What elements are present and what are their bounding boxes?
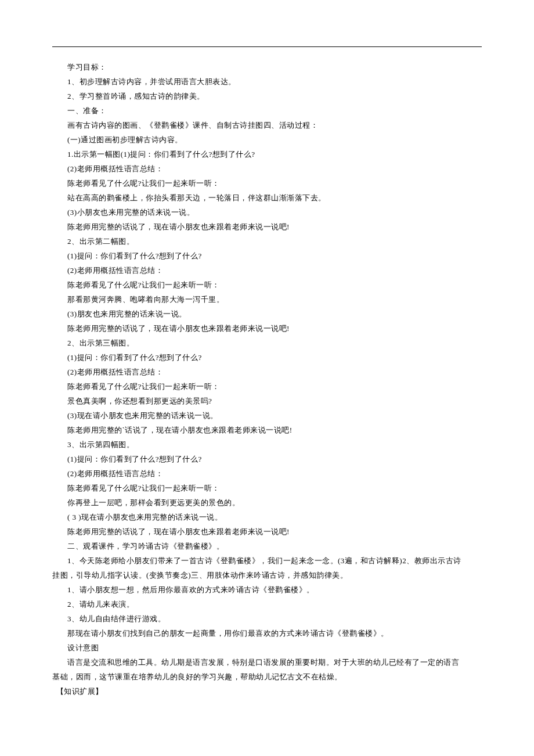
body-line: 二、观看课件，学习吟诵古诗《登鹳雀楼》。 (52, 539, 482, 553)
document-page: 学习目标： 1、初步理解古诗内容，并尝试用语言大胆表达。 2、学习整首吟诵，感知… (0, 0, 534, 756)
body-line: 2、学习整首吟诵，感知古诗的韵律美。 (52, 89, 482, 103)
body-line: 学习目标： (52, 60, 482, 74)
body-line: (2)老师用概括性语言总结： (52, 466, 482, 481)
body-line: ( 3 )现在请小朋友也来用完整的话来说一说。 (52, 510, 482, 524)
body-line: 3、出示第四幅图。 (52, 437, 482, 452)
body-line: (2)老师用概括性语言总结： (52, 263, 482, 278)
body-line: (3)小朋友也来用完整的话来说一说。 (52, 205, 482, 219)
body-line: 陈老师看见了什么呢?让我们一起来听一听： (52, 481, 482, 495)
body-line: 1、初步理解古诗内容，并尝试用语言大胆表达。 (52, 74, 482, 89)
body-line: (一)通过图画初步理解古诗内容。 (52, 132, 482, 147)
body-line: (2)老师用概括性语言总结： (52, 161, 482, 176)
body-line: 站在高高的鹳雀楼上，你抬头看那天边，一轮落日，伴这群山渐渐落下去。 (52, 190, 482, 205)
body-line: 设计意图 (52, 640, 482, 655)
body-line: 陈老师用完整的话说了，现在请小朋友也来跟着老师来说一说吧! (52, 219, 482, 234)
body-line: 景色真美啊，你还想看到那更远的美景吗? (52, 394, 482, 408)
body-line: (1)提问：你们看到了什么?想到了什么? (52, 350, 482, 365)
body-line: 1.出示第一幅图(1)提问：你们看到了什么?想到了什么? (52, 147, 482, 161)
body-line: (1)提问：你们看到了什么?想到了什么? (52, 249, 482, 263)
body-line: 3、幼儿自由结伴进行游戏。 (52, 611, 482, 626)
body-line: 那现在请小朋友们找到自己的朋友一起商量，用你们最喜欢的方式来吟诵古诗《登鹳雀楼》… (52, 626, 482, 640)
body-line: 画有古诗内容的图画、《登鹳雀楼》课件、自制古诗挂图四、活动过程： (52, 118, 482, 132)
body-line: 一、准备： (52, 103, 482, 118)
body-line: 2、请幼儿来表演。 (52, 597, 482, 611)
body-line: 陈老师用完整的`话说了，现在请小朋友也来跟着老师来说一说吧! (52, 423, 482, 437)
body-line: 2、出示第三幅图。 (52, 336, 482, 350)
body-line: (2)老师用概括性语言总结： (52, 365, 482, 379)
knowledge-extension-tag: 【知识扩展】 (52, 684, 482, 699)
body-line: 你再登上一层吧，那样会看到更远更美的景色的。 (52, 495, 482, 510)
body-line: 2、出示第二幅图。 (52, 234, 482, 249)
top-horizontal-rule (52, 46, 482, 47)
body-line: 1、请小朋友想一想，然后用你最喜欢的方式来吟诵古诗《登鹳雀楼》。 (52, 582, 482, 597)
body-line: 挂图，引导幼儿指字认读。(变换节奏念)三、用肢体动作来吟诵古诗，并感知韵律美。 (52, 568, 482, 582)
body-line: (1)提问：你们看到了什么?想到了什么? (52, 452, 482, 466)
body-line: (3)朋友也来用完整的话来说一说。 (52, 307, 482, 321)
body-line: 陈老师看见了什么呢?让我们一起来听一听： (52, 278, 482, 292)
body-line: 那看那黄河奔腾、咆哮着向那大海一泻千里。 (52, 292, 482, 307)
body-line: 陈老师用完整的话说了，现在请小朋友也来跟着老师来说一说吧! (52, 524, 482, 539)
body-line: 陈老师用完整的话说了，现在请小朋友也来跟着老师来说一说吧! (52, 321, 482, 336)
body-line: (3)现在请小朋友也来用完整的话来说一说。 (52, 408, 482, 423)
body-line: 1、今天陈老师给小朋友们带来了一首古诗《登鹳雀楼》，我们一起来念一念。(3遍，和… (52, 553, 482, 568)
body-line: 语言是交流和思维的工具。幼儿期是语言发展，特别是口语发展的重要时期。对于大班的幼… (52, 655, 482, 669)
body-line: 陈老师看见了什么呢?让我们一起来听一听： (52, 379, 482, 394)
body-line: 基础，因而，这节课重在培养幼儿的良好的学习兴趣，帮助幼儿记忆古文不在枯燥。 (52, 669, 482, 684)
body-line: 陈老师看见了什么呢?让我们一起来听一听： (52, 176, 482, 190)
